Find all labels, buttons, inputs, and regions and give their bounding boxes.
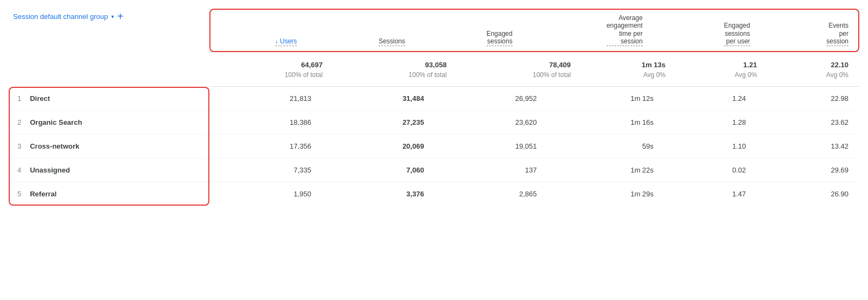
- header-section: Session default channel group ▾ + ↓ User…: [9, 9, 859, 52]
- row-name: Cross-network: [25, 134, 209, 158]
- row-sessions: 7,060: [322, 158, 435, 182]
- totals-values-row: 64,697 93,058 78,409 1m 13s 1.21 22.10: [209, 52, 859, 70]
- col-avg-engagement[interactable]: Averageengagementtime persession: [524, 9, 654, 52]
- dim-row[interactable]: 1 Direct: [9, 87, 209, 111]
- metrics-data-row: 17,356 20,069 19,051 59s 1.10 13.42: [209, 134, 859, 158]
- row-name: Unassigned: [25, 158, 209, 182]
- row-index: 5: [9, 182, 25, 206]
- col-sessions[interactable]: Sessions: [308, 9, 416, 52]
- total-sessions-sub: 100% of total: [334, 70, 458, 87]
- users-col-label: ↓ Users: [275, 37, 297, 46]
- dim-row[interactable]: 5 Referral: [9, 182, 209, 206]
- row-events-per-session: 23.62: [757, 110, 859, 134]
- metrics-rows-panel: 21,813 31,484 26,952 1m 12s 1.24 22.98 1…: [209, 87, 859, 206]
- dim-row[interactable]: 4 Unassigned: [9, 158, 209, 182]
- row-engaged-sessions: 23,620: [435, 110, 548, 134]
- total-events-per-session-sub: Avg 0%: [768, 70, 859, 87]
- row-avg-engagement: 1m 22s: [547, 158, 664, 182]
- row-engaged-sessions: 26,952: [435, 87, 548, 111]
- row-users: 17,356: [209, 134, 322, 158]
- dimension-table: 1 Direct 2 Organic Search 3 Cross-networ…: [9, 87, 209, 206]
- row-events-per-session: 26.90: [757, 182, 859, 206]
- row-users: 18,386: [209, 110, 322, 134]
- row-avg-engagement: 59s: [547, 134, 664, 158]
- row-engaged-sessions: 2,865: [435, 182, 548, 206]
- row-users: 7,335: [209, 158, 322, 182]
- total-users: 64,697: [209, 52, 334, 70]
- add-dimension-button[interactable]: +: [117, 11, 124, 22]
- events-per-session-col-label: Eventspersession: [826, 22, 848, 46]
- report-container: Session default channel group ▾ + ↓ User…: [9, 9, 859, 206]
- filter-bar: Session default channel group ▾ +: [9, 9, 209, 30]
- row-avg-engagement: 1m 29s: [547, 182, 664, 206]
- row-index: 1: [9, 87, 25, 111]
- row-sessions: 3,376: [322, 182, 435, 206]
- row-engaged-per-user: 1.24: [665, 87, 757, 111]
- metrics-header-wrapper: ↓ Users Sessions Engagedsessions Average…: [209, 9, 859, 52]
- metrics-data-row: 7,335 7,060 137 1m 22s 0.02 29.69: [209, 158, 859, 182]
- row-events-per-session: 13.42: [757, 134, 859, 158]
- row-sessions: 20,069: [322, 134, 435, 158]
- col-users[interactable]: ↓ Users: [209, 9, 308, 52]
- metrics-data-row: 18,386 27,235 23,620 1m 16s 1.28 23.62: [209, 110, 859, 134]
- row-index: 2: [9, 110, 25, 134]
- row-sessions: 27,235: [322, 110, 435, 134]
- col-engaged-per-user[interactable]: Engagedsessionsper user: [654, 9, 761, 52]
- metrics-header-section: ↓ Users Sessions Engagedsessions Average…: [209, 9, 859, 52]
- total-sessions: 93,058: [334, 52, 458, 70]
- total-engaged-per-user: 1.21: [676, 52, 768, 70]
- metrics-data-row: 21,813 31,484 26,952 1m 12s 1.24 22.98: [209, 87, 859, 111]
- row-engaged-sessions: 19,051: [435, 134, 548, 158]
- row-name: Referral: [25, 182, 209, 206]
- row-events-per-session: 22.98: [757, 87, 859, 111]
- total-engaged-per-user-sub: Avg 0%: [676, 70, 768, 87]
- row-avg-engagement: 1m 16s: [547, 110, 664, 134]
- engaged-per-user-col-label: Engagedsessionsper user: [724, 22, 750, 46]
- totals-section: 64,697 93,058 78,409 1m 13s 1.21 22.10 1…: [9, 52, 859, 87]
- row-index: 4: [9, 158, 25, 182]
- dim-row[interactable]: 3 Cross-network: [9, 134, 209, 158]
- metrics-header-table: ↓ Users Sessions Engagedsessions Average…: [209, 9, 859, 52]
- avg-engagement-col-label: Averageengagementtime persession: [607, 14, 643, 46]
- total-avg-engagement: 1m 13s: [582, 52, 676, 70]
- metrics-data-row: 1,950 3,376 2,865 1m 29s 1.47 26.90: [209, 182, 859, 206]
- col-engaged-sessions[interactable]: Engagedsessions: [416, 9, 524, 52]
- row-users: 1,950: [209, 182, 322, 206]
- row-name: Organic Search: [25, 110, 209, 134]
- total-engaged-sessions-sub: 100% of total: [457, 70, 582, 87]
- total-events-per-session: 22.10: [768, 52, 859, 70]
- row-users: 21,813: [209, 87, 322, 111]
- totals-sub-row: 100% of total 100% of total 100% of tota…: [209, 70, 859, 87]
- filter-label[interactable]: Session default channel group: [13, 12, 108, 21]
- row-avg-engagement: 1m 12s: [547, 87, 664, 111]
- dimension-filter-area: Session default channel group ▾ +: [9, 9, 209, 30]
- row-sessions: 31,484: [322, 87, 435, 111]
- row-engaged-per-user: 1.28: [665, 110, 757, 134]
- metrics-data-table: 21,813 31,484 26,952 1m 12s 1.24 22.98 1…: [209, 87, 859, 206]
- sessions-col-label: Sessions: [379, 37, 405, 46]
- row-events-per-session: 29.69: [757, 158, 859, 182]
- row-index: 3: [9, 134, 25, 158]
- total-users-sub: 100% of total: [209, 70, 334, 87]
- dimension-rows-wrapper: 1 Direct 2 Organic Search 3 Cross-networ…: [9, 87, 209, 206]
- chevron-down-icon[interactable]: ▾: [111, 14, 114, 20]
- col-events-per-session[interactable]: Eventspersession: [761, 9, 859, 52]
- engaged-sessions-col-label: Engagedsessions: [487, 30, 513, 46]
- row-name: Direct: [25, 87, 209, 111]
- total-engaged-sessions: 78,409: [457, 52, 582, 70]
- row-engaged-per-user: 1.47: [665, 182, 757, 206]
- column-header-row: ↓ Users Sessions Engagedsessions Average…: [209, 9, 859, 52]
- row-engaged-per-user: 0.02: [665, 158, 757, 182]
- data-rows-section: 1 Direct 2 Organic Search 3 Cross-networ…: [9, 87, 859, 206]
- row-engaged-per-user: 1.10: [665, 134, 757, 158]
- dimension-rows-panel: 1 Direct 2 Organic Search 3 Cross-networ…: [9, 87, 209, 206]
- dim-row[interactable]: 2 Organic Search: [9, 110, 209, 134]
- totals-metrics-right: 64,697 93,058 78,409 1m 13s 1.21 22.10 1…: [209, 52, 859, 87]
- totals-table: 64,697 93,058 78,409 1m 13s 1.21 22.10 1…: [209, 52, 859, 87]
- row-engaged-sessions: 137: [435, 158, 548, 182]
- total-avg-engagement-sub: Avg 0%: [582, 70, 676, 87]
